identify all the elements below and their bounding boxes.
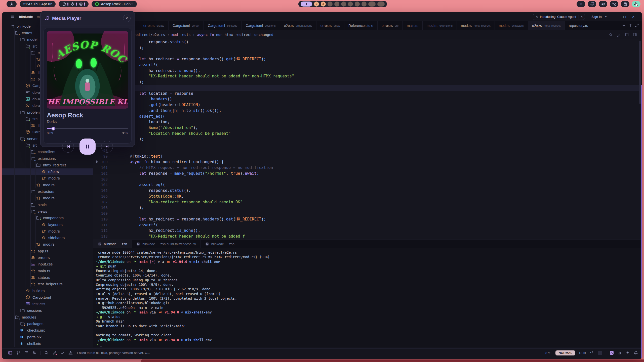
editor-tab[interactable]: repository.rs xyxy=(565,21,592,30)
workspace-indicator[interactable] xyxy=(334,2,339,7)
code-line[interactable]: 109 xyxy=(93,211,642,216)
status-button[interactable] xyxy=(598,351,602,355)
promo-banner[interactable]: ✳Introducing: Claude Agent × xyxy=(533,14,585,20)
search-icon[interactable] xyxy=(44,351,49,355)
launcher-button[interactable] xyxy=(7,1,17,7)
terminal-output[interactable]: create mode 100644 crates/server/src/ext… xyxy=(93,248,642,347)
editor-tab[interactable]: mod.rs extensions xyxy=(423,21,457,30)
tree-item[interactable]: mod.rs xyxy=(2,241,93,248)
code-line[interactable]: 93 location, xyxy=(93,119,642,125)
tree-item[interactable]: mod.rs xyxy=(2,175,93,182)
code-line[interactable]: 87 xyxy=(93,85,642,91)
tree-item[interactable]: e2e.rs xyxy=(2,168,93,175)
code-line[interactable]: 91 .and_then(|h| h.to_str().ok()); xyxy=(93,108,642,114)
editor-tab[interactable]: Cargo.toml sessions xyxy=(242,21,280,30)
topbar-button[interactable] xyxy=(610,1,618,7)
workspace-indicator[interactable]: 3 xyxy=(321,2,326,7)
bell-icon[interactable] xyxy=(634,351,638,355)
tree-item[interactable]: htmx_redirect xyxy=(2,162,93,168)
topbar-button[interactable] xyxy=(621,1,629,7)
workspace-indicator[interactable] xyxy=(355,2,360,7)
terminal-badge-icon[interactable] xyxy=(610,351,614,355)
tree-item[interactable]: sessions xyxy=(2,307,93,314)
code-line[interactable]: 103 xyxy=(93,176,642,182)
code-line[interactable]: 113 "HX-Redirect header should not be ad… xyxy=(93,234,642,239)
workspace-indicator[interactable] xyxy=(361,2,367,7)
topbar-button[interactable] xyxy=(588,1,596,7)
workspace-indicator[interactable]: 2 xyxy=(314,2,319,7)
code-line[interactable]: 111 assert!( xyxy=(93,222,642,228)
editor-tab[interactable]: Cargo.toml server xyxy=(169,21,204,30)
code-line[interactable]: 88 let location = response xyxy=(93,91,642,97)
code-line[interactable]: 92 assert_eq!( xyxy=(93,114,642,119)
media-player-close-button[interactable]: × xyxy=(123,15,131,22)
topbar-button[interactable] xyxy=(599,1,607,7)
language-indicator[interactable]: Rust xyxy=(579,351,586,355)
code-line[interactable]: 94 Some("/destination"), xyxy=(93,125,642,131)
status-button[interactable] xyxy=(40,351,41,355)
terminal-tab[interactable]: blinkode — zsh xyxy=(93,240,132,248)
search-icon[interactable] xyxy=(609,33,613,37)
scrollbar-thumb[interactable] xyxy=(639,41,641,104)
code-line[interactable]: 89 .headers() xyxy=(93,96,642,102)
workspace-indicator[interactable] xyxy=(341,2,346,7)
tree-item[interactable]: CSS test.css xyxy=(2,300,93,307)
tree-item[interactable]: extractors xyxy=(2,188,93,195)
promo-close-button[interactable]: × xyxy=(579,15,585,19)
workspace-indicator[interactable] xyxy=(328,2,333,7)
tree-item[interactable]: state.rs xyxy=(2,274,93,281)
tree-item[interactable]: ❄ checks.nix xyxy=(2,327,93,334)
close-button[interactable]: × xyxy=(632,15,634,19)
plus-icon[interactable] xyxy=(622,24,626,28)
warning-icon[interactable] xyxy=(68,351,73,355)
people-icon[interactable] xyxy=(32,351,36,355)
code-line[interactable]: 82 let hx_redirect = response.headers().… xyxy=(93,56,642,62)
list-tree-icon[interactable] xyxy=(24,351,28,355)
tree-item[interactable]: build.rs xyxy=(2,287,93,294)
editor-tab[interactable]: e2e.rs htmx_redirect xyxy=(528,21,565,30)
pencil-icon[interactable] xyxy=(617,33,621,37)
tree-item[interactable]: modules xyxy=(2,314,93,320)
code-line[interactable]: 81 xyxy=(93,51,642,56)
topbar-button[interactable] xyxy=(577,1,585,7)
code-line[interactable]: 80 ); xyxy=(93,45,642,51)
code-line[interactable]: 110 let hx_redirect = response.headers()… xyxy=(93,216,642,222)
tree-item[interactable]: mod.rs xyxy=(2,228,93,234)
workspace-indicator[interactable] xyxy=(377,2,385,7)
panel-tree-icon[interactable] xyxy=(8,351,12,355)
tree-item[interactable]: test_helpers.rs xyxy=(2,281,93,287)
seek-thumb[interactable] xyxy=(51,127,55,130)
previous-track-button[interactable] xyxy=(62,141,74,153)
code-editor[interactable]: 79 response.status() 80 ); 81 82 let hx_… xyxy=(93,39,642,240)
tree-item[interactable]: ❄ parts.nix xyxy=(2,334,93,340)
seek-bar[interactable] xyxy=(47,127,128,130)
code-line[interactable]: 95 "Location header should be present" xyxy=(93,131,642,137)
terminal-tab[interactable]: blinkode — zsh build-tailwindcss -w xyxy=(132,240,200,248)
expand-icon[interactable] xyxy=(635,24,639,28)
code-line[interactable]: 84 hx_redirect.is_none(), xyxy=(93,68,642,74)
run-icon[interactable] xyxy=(95,160,99,164)
tree-item[interactable]: error.rs xyxy=(2,254,93,261)
media-player-titlebar[interactable]: Media Player × xyxy=(41,11,135,25)
workspace-indicator[interactable] xyxy=(348,2,353,7)
minimize-button[interactable]: — xyxy=(613,15,617,19)
editor-tab[interactable]: error.rs src xyxy=(378,21,403,30)
tree-item[interactable]: components xyxy=(2,215,93,221)
edit-predict-icon[interactable] xyxy=(52,351,57,355)
code-line[interactable]: 102 let response = make_request("/normal… xyxy=(93,171,642,176)
code-line[interactable]: 90 .get(header::LOCATION) xyxy=(93,102,642,108)
workspace-indicator[interactable]: 1 xyxy=(301,2,312,7)
maximize-button[interactable]: □ xyxy=(623,15,626,19)
workspace-indicator[interactable] xyxy=(368,2,376,7)
tree-item[interactable]: sidebar.rs xyxy=(2,235,93,241)
editor-tab[interactable]: error.rs show xyxy=(316,21,344,30)
git-branch-icon[interactable] xyxy=(16,351,20,355)
tree-item[interactable]: ❄ shell.nix xyxy=(2,340,93,347)
book-icon[interactable] xyxy=(625,33,629,37)
clock[interactable]: 21:47 Thu, Apr 02 xyxy=(20,1,56,7)
terminal-tab[interactable]: blinkode — zsh xyxy=(201,240,239,248)
tree-item[interactable]: extensions xyxy=(2,155,93,162)
code-line[interactable]: 98 xyxy=(93,148,642,154)
tree-item[interactable]: mod.rs xyxy=(2,195,93,201)
code-line[interactable]: 106 StatusCode::OK, xyxy=(93,194,642,199)
